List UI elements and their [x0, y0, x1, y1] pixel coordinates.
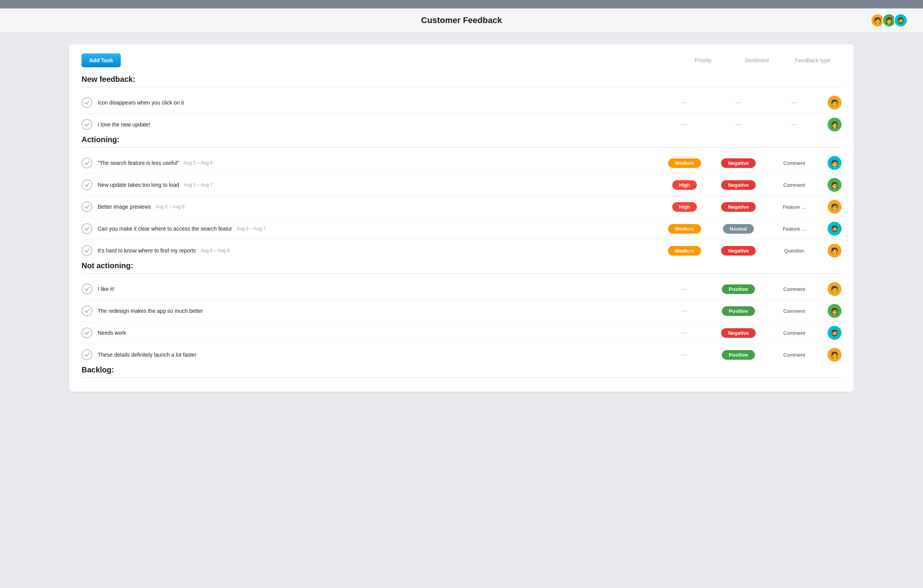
task-avatar: 🧑	[828, 156, 841, 170]
task-avatar: 🧔	[828, 222, 841, 236]
task-name: The redesign makes the app so much bette…	[98, 308, 658, 314]
empty-priority: —	[681, 99, 688, 106]
section-backlog: Backlog:	[82, 365, 841, 378]
task-date: Aug 5 – Aug 7	[184, 182, 213, 188]
task-checkbox[interactable]	[82, 119, 92, 130]
task-row: Needs work—NegativeComment🧔	[82, 322, 841, 344]
task-date: Aug 5 – Aug 6	[183, 160, 212, 166]
task-priority: —	[658, 329, 711, 336]
sentiment-badge: Negative	[721, 246, 756, 256]
task-priority: Medium	[658, 246, 711, 256]
task-feedback-type: Question	[765, 248, 823, 254]
task-feedback-type: —	[765, 99, 823, 106]
task-checkbox[interactable]	[82, 201, 92, 212]
task-date: Aug 6 – Aug 7	[237, 226, 265, 231]
task-row: Can you make it clear where to access th…	[82, 218, 841, 240]
task-name: These details definitely launch a lot fa…	[98, 352, 658, 358]
top-bar	[0, 0, 923, 8]
task-checkbox[interactable]	[82, 97, 92, 108]
task-priority: Medium	[658, 158, 711, 168]
section-divider-not-actioning	[82, 273, 841, 274]
task-date: Aug 5 – Aug 6	[156, 204, 185, 209]
sentiment-badge: Positive	[722, 284, 755, 294]
task-sentiment: Neutral	[711, 224, 765, 234]
task-name: It's hard to know where to find my repor…	[98, 247, 658, 254]
task-feedback-type: Comment	[765, 286, 823, 292]
task-name: Better image previewsAug 5 – Aug 6	[98, 204, 658, 210]
empty-priority: —	[681, 351, 688, 358]
task-checkbox[interactable]	[82, 284, 92, 294]
task-name: Can you make it clear where to access th…	[98, 226, 658, 232]
task-sentiment: Positive	[711, 306, 765, 316]
task-date: Aug 6 – Aug 8	[201, 248, 230, 253]
task-sentiment: Negative	[711, 328, 765, 338]
task-name: "The search feature is less useful"Aug 5…	[98, 160, 658, 166]
priority-badge: Medium	[668, 158, 701, 168]
sentiment-badge: Positive	[722, 350, 755, 360]
section-title-new-feedback: New feedback:	[82, 75, 841, 84]
task-priority: High	[658, 180, 711, 190]
task-avatar: 👩	[828, 178, 841, 192]
empty-priority: —	[681, 329, 688, 336]
task-priority: High	[658, 202, 711, 212]
task-row: "The search feature is less useful"Aug 5…	[82, 152, 841, 174]
sentiment-badge: Negative	[721, 202, 756, 212]
task-avatar: 🧑	[828, 244, 841, 257]
section-title-backlog: Backlog:	[82, 365, 841, 374]
empty-sentiment: —	[735, 121, 741, 128]
priority-badge: Medium	[668, 246, 701, 256]
toolbar: Add Task Priority Sentiment Feedback typ…	[82, 53, 841, 67]
task-row: These details definitely launch a lot fa…	[82, 344, 841, 365]
task-checkbox[interactable]	[82, 245, 92, 256]
task-avatar: 🧑	[828, 200, 841, 214]
task-feedback-type: Feature ...	[765, 226, 823, 232]
task-row: Icon disappears when you click on it———🧑	[82, 92, 841, 114]
add-task-button[interactable]: Add Task	[82, 53, 121, 67]
task-sentiment: Negative	[711, 202, 765, 212]
header-avatars: 🧑 👩 🧔	[873, 13, 908, 27]
task-checkbox[interactable]	[82, 349, 92, 360]
task-row: I love the new update!———👩	[82, 114, 841, 135]
task-row: The redesign makes the app so much bette…	[82, 300, 841, 322]
task-avatar: 🧑	[828, 282, 841, 296]
task-feedback-type: Comment	[765, 160, 823, 166]
task-row: I like it!—PositiveComment🧑	[82, 278, 841, 300]
empty-feedback-type: —	[791, 121, 797, 128]
empty-priority: —	[681, 307, 688, 314]
task-sentiment: Negative	[711, 246, 765, 256]
task-checkbox[interactable]	[82, 306, 92, 316]
priority-badge: High	[672, 202, 697, 212]
task-checkbox[interactable]	[82, 327, 92, 338]
sentiment-badge: Positive	[722, 306, 755, 316]
task-row: It's hard to know where to find my repor…	[82, 240, 841, 261]
task-priority: Medium	[658, 224, 711, 234]
task-sentiment: —	[711, 121, 765, 128]
task-priority: —	[658, 99, 711, 106]
sentiment-column-header: Sentiment	[730, 57, 784, 63]
task-priority: —	[658, 307, 711, 314]
empty-priority: —	[681, 286, 688, 292]
task-name: I love the new update!	[98, 121, 658, 128]
task-row: New update takes too long to loadAug 5 –…	[82, 174, 841, 196]
section-not-actioning: Not actioning:I like it!—PositiveComment…	[82, 261, 841, 365]
task-feedback-type: Comment	[765, 308, 823, 314]
task-checkbox[interactable]	[82, 223, 92, 234]
task-sentiment: Negative	[711, 158, 765, 168]
task-feedback-type: Comment	[765, 182, 823, 188]
task-checkbox[interactable]	[82, 158, 92, 168]
task-avatar: 🧑	[828, 96, 841, 110]
task-feedback-type: Comment	[765, 330, 823, 336]
task-checkbox[interactable]	[82, 179, 92, 190]
task-row: Better image previewsAug 5 – Aug 6HighNe…	[82, 196, 841, 218]
task-avatar: 🧔	[828, 326, 841, 340]
task-priority: —	[658, 351, 711, 358]
sentiment-badge: Negative	[721, 180, 756, 190]
card: Add Task Priority Sentiment Feedback typ…	[69, 44, 854, 392]
section-title-actioning: Actioning:	[82, 135, 841, 144]
column-headers: Priority Sentiment Feedback type	[676, 57, 841, 63]
sentiment-badge: Negative	[721, 328, 756, 338]
empty-sentiment: —	[735, 99, 741, 106]
priority-badge: Medium	[668, 224, 701, 234]
section-title-not-actioning: Not actioning:	[82, 261, 841, 270]
task-sentiment: Positive	[711, 284, 765, 294]
